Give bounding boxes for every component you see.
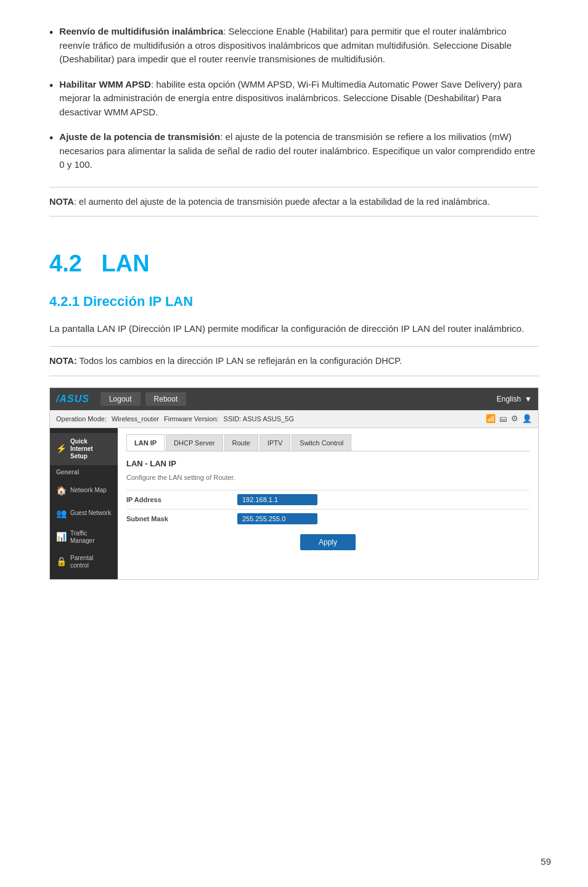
router-section-title: LAN - LAN IP — [126, 458, 529, 470]
subnet-mask-label: Subnet Mask — [126, 514, 237, 524]
subsection-421-title: 4.2.1 Dirección IP LAN — [49, 294, 193, 309]
bullet-text-wmm: Habilitar WMM APSD: habilite esta opción… — [59, 78, 539, 120]
tab-route[interactable]: Route — [224, 434, 258, 452]
sidebar-label-quick-setup: Quick InternetSetup — [70, 438, 112, 460]
op-mode-value: Wireless_router — [112, 414, 159, 424]
sidebar-item-guest-network[interactable]: 👥 Guest Network — [50, 502, 118, 525]
note-box-1: NOTA: el aumento del ajuste de la potenc… — [49, 187, 539, 217]
bullet-title-multicast: Reenvío de multidifusión inalámbrica — [59, 26, 223, 36]
intro-paragraph: La pantalla LAN IP (Dirección IP LAN) pe… — [49, 321, 539, 336]
note-label-2: NOTA: — [49, 356, 77, 366]
router-topbar: /ASUS Logout Reboot English ▼ — [50, 388, 538, 410]
network-map-icon: 🏠 — [56, 484, 67, 497]
op-mode-label: Operation Mode: — [56, 414, 107, 424]
guest-network-icon: 👥 — [56, 507, 67, 520]
sidebar-item-traffic-manager[interactable]: 📊 Traffic Manager — [50, 525, 118, 550]
sidebar-general-header: General — [50, 465, 118, 479]
bullet-dot-power: • — [49, 130, 53, 147]
quick-setup-icon: ⚡ — [56, 442, 67, 455]
logout-button[interactable]: Logout — [100, 392, 141, 406]
asus-logo: /ASUS — [56, 392, 89, 406]
note-text-2: NOTA: Todos los cambios en la dirección … — [49, 356, 402, 366]
usb-icon[interactable]: 🖴 — [499, 413, 507, 425]
bullet-dot-wmm: • — [49, 78, 53, 94]
bullet-list: • Reenvío de multidifusión inalámbrica: … — [49, 25, 539, 172]
ip-address-label: IP Address — [126, 495, 237, 505]
chevron-down-icon: ▼ — [525, 394, 532, 405]
note-body-2: Todos los cambios en la dirección IP LAN… — [77, 356, 402, 366]
form-row-subnet: Subnet Mask — [126, 509, 529, 528]
sidebar-item-quick-setup[interactable]: ⚡ Quick InternetSetup — [50, 433, 118, 465]
tab-iptv[interactable]: IPTV — [259, 434, 290, 452]
note-box-2: NOTA: Todos los cambios en la dirección … — [49, 346, 539, 376]
bullet-dot: • — [49, 25, 53, 41]
list-item-wmm: • Habilitar WMM APSD: habilite esta opci… — [49, 78, 539, 120]
parental-control-icon: 🔒 — [56, 555, 67, 568]
ssid-value: SSID: ASUS ASUS_5G — [224, 414, 294, 424]
subnet-mask-value — [237, 513, 529, 524]
router-main: ⚡ Quick InternetSetup General 🏠 Network … — [50, 428, 538, 579]
firmware-label: Firmware Version: — [164, 414, 219, 424]
user-icon[interactable]: 👤 — [522, 413, 532, 425]
subsection-421: 4.2.1 Dirección IP LAN — [49, 291, 539, 311]
general-label: General — [56, 468, 79, 477]
signal-icon[interactable]: 📶 — [486, 413, 496, 425]
list-item-multicast: • Reenvío de multidifusión inalámbrica: … — [49, 25, 539, 67]
apply-btn-row: Apply — [126, 534, 529, 550]
section-42: 4.2 LAN — [49, 246, 539, 281]
note-body-1: : el aumento del ajuste de la potencia d… — [74, 197, 490, 207]
tab-dhcp-server[interactable]: DHCP Server — [166, 434, 223, 452]
bullet-title-wmm: Habilitar WMM APSD — [59, 79, 151, 89]
router-tabs: LAN IP DHCP Server Route IPTV Switch Con… — [126, 434, 529, 452]
ip-address-input[interactable] — [237, 494, 317, 505]
form-row-ip: IP Address — [126, 490, 529, 509]
list-item-power: • Ajuste de la potencia de transmisión: … — [49, 130, 539, 172]
router-sidebar: ⚡ Quick InternetSetup General 🏠 Network … — [50, 428, 118, 579]
bullet-text-power: Ajuste de la potencia de transmisión: el… — [59, 130, 539, 172]
bullet-text-multicast: Reenvío de multidifusión inalámbrica: Se… — [59, 25, 539, 67]
settings-icon[interactable]: ⚙ — [511, 413, 518, 425]
page-number: 59 — [541, 855, 551, 869]
traffic-manager-icon: 📊 — [56, 530, 67, 543]
topbar-right: English ▼ — [497, 394, 532, 405]
note-text-1: NOTA: el aumento del ajuste de la potenc… — [49, 197, 490, 207]
reboot-button[interactable]: Reboot — [145, 392, 187, 406]
ip-address-value — [237, 494, 529, 505]
sidebar-label-traffic-manager: Traffic Manager — [70, 530, 112, 545]
subnet-mask-input[interactable] — [237, 513, 317, 524]
sidebar-label-guest-network: Guest Network — [70, 510, 111, 517]
section-42-title: 4.2 LAN — [49, 250, 150, 276]
note-label-1: NOTA — [49, 197, 74, 207]
router-ui: /ASUS Logout Reboot English ▼ Operation … — [49, 387, 539, 580]
bullet-title-power: Ajuste de la potencia de transmisión — [59, 131, 220, 142]
tab-lan-ip[interactable]: LAN IP — [126, 434, 165, 452]
router-section-subtitle: Configure the LAN setting of Router. — [126, 472, 529, 483]
router-infobar: Operation Mode: Wireless_router Firmware… — [50, 410, 538, 428]
page-content: • Reenvío de multidifusión inalámbrica: … — [0, 0, 588, 617]
sidebar-item-parental-control[interactable]: 🔒 Parental control — [50, 550, 118, 574]
tab-switch-control[interactable]: Switch Control — [292, 434, 351, 452]
apply-button[interactable]: Apply — [300, 534, 356, 550]
sidebar-item-network-map[interactable]: 🏠 Network Map — [50, 479, 118, 502]
lang-label: English — [497, 394, 521, 405]
sidebar-label-parental-control: Parental control — [70, 555, 112, 569]
sidebar-label-network-map: Network Map — [70, 487, 107, 494]
router-content: LAN IP DHCP Server Route IPTV Switch Con… — [118, 428, 538, 579]
infobar-icons: 📶 🖴 ⚙ 👤 — [486, 413, 532, 425]
